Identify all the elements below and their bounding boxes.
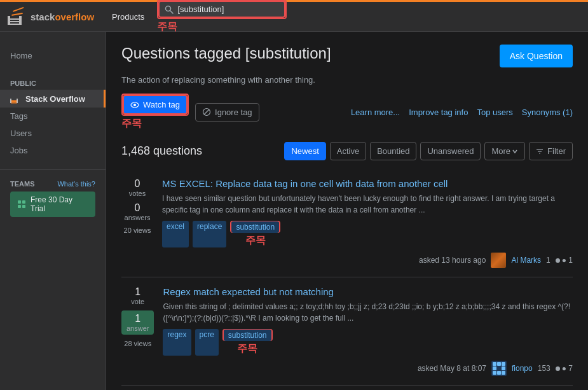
tag-pcre[interactable]: pcre [195,329,219,356]
filter-row: Newest Active Bountied Unanswered More [284,142,573,160]
question-card-2: 1 vote 1 answer 28 views Regex match exp… [121,277,573,386]
svg-rect-14 [18,200,21,204]
filter-button[interactable]: Filter [529,142,573,160]
badge-count-2: ● 7 [562,364,573,373]
user-rep-2: 153 [538,364,550,373]
search-input[interactable] [177,4,279,14]
answers-label-1: answers [125,214,151,221]
asked-time-2: asked May 8 at 8:07 [418,364,486,373]
chevron-down-icon [512,148,518,155]
question-stats-1: 0 votes 0 answers 20 views [121,178,153,268]
home-label: Home [10,51,32,60]
ask-question-button[interactable]: Ask Question [500,45,573,67]
eye-icon [130,101,139,109]
question-body-2: Regex match expected but not matching Gi… [163,286,573,376]
svg-rect-3 [11,13,23,16]
stackoverflow-label: Stack Overflow [25,94,85,104]
views-count-1: 20 views [124,226,151,234]
svg-line-21 [204,109,209,115]
search-icon [165,5,174,14]
search-annotation-label: 주목 [157,20,177,34]
sidebar-divider [0,169,106,170]
tags-label: Tags [10,111,27,121]
filter-newest-button[interactable]: Newest [284,142,325,160]
sidebar: Home PUBLIC Stack Overflow Tags Users [0,32,106,390]
title-row: Questions tagged [substitution] Ask Ques… [121,45,573,67]
synonyms-link[interactable]: Synonyms (1) [522,108,573,117]
avatar-cell [502,366,505,370]
tag-regex[interactable]: regex [163,329,191,356]
improve-tag-link[interactable]: Improve tag info [409,108,468,117]
sidebar-item-home[interactable]: Home [0,47,106,64]
tag-substitution-1[interactable]: substitution [231,221,279,233]
avatar-cell [493,362,496,366]
tag-substitution-2[interactable]: substitution [224,330,271,341]
votes-label-1: votes [129,190,146,197]
stackoverflow-icon [10,94,20,104]
tag-replace[interactable]: replace [193,221,226,247]
svg-rect-16 [18,205,21,208]
sidebar-main-section: Home [0,42,106,69]
sidebar-public-section: PUBLIC Stack Overflow Tags Users Jobs [0,69,106,164]
layout: Home PUBLIC Stack Overflow Tags Users [0,32,588,390]
svg-rect-11 [11,102,17,104]
teams-label: TEAMS [10,180,35,188]
sidebar-item-tags[interactable]: Tags [0,108,106,125]
question-meta-1: asked 13 hours ago Al Marks 1 ● 1 [162,253,573,268]
tag-annotation-label-1: 주목 [245,234,266,247]
question-title-1[interactable]: MS EXCEL: Replace data tag in one cell w… [162,178,573,189]
whats-this-link[interactable]: What's this? [57,180,95,188]
watch-tag-button[interactable]: Watch tag [123,95,188,115]
svg-rect-6 [19,16,22,25]
avatar-cell [493,366,496,370]
filter-active-button[interactable]: Active [330,142,366,160]
answer-badge-2: 1 answer [121,310,154,335]
filter-more-button[interactable]: More [484,142,525,160]
votes-count-2: 1 [131,286,144,298]
badge-count-1: ● 1 [562,256,573,265]
user-name-2[interactable]: fionpo [512,364,533,373]
nav-products[interactable]: Products [104,1,152,32]
sidebar-item-jobs[interactable]: Jobs [0,142,106,159]
main-content: Questions tagged [substitution] Ask Ques… [106,32,588,390]
public-label: PUBLIC [0,74,106,90]
svg-rect-9 [11,100,17,101]
user-name-1[interactable]: Al Marks [511,256,541,265]
logo[interactable]: stackoverflow [8,7,94,26]
logo-text: stackoverflow [31,11,94,22]
svg-line-8 [170,10,174,13]
watch-tag-annotation-box: Watch tag [121,94,189,116]
asked-time-1: asked 13 hours ago [419,256,486,265]
tag-excel[interactable]: excel [162,221,189,247]
sidebar-item-users[interactable]: Users [0,125,106,142]
filter-bountied-button[interactable]: Bountied [370,142,416,160]
ban-icon [202,108,211,116]
trial-button[interactable]: Free 30 Day Trial [10,192,95,217]
silver-badge-1 [556,258,560,263]
avatar-cell [497,362,501,366]
search-box [158,1,285,18]
question-title-2[interactable]: Regex match expected but not matching [163,286,573,297]
learn-more-link[interactable]: Learn more... [351,108,400,117]
answers-count-2: 1 [126,313,149,324]
logo-overflow: overflow [55,11,94,22]
page-title: Questions tagged [substitution] [121,45,331,62]
header: stackoverflow Products 주목 [0,0,588,32]
svg-rect-13 [17,99,18,103]
ignore-tag-button[interactable]: Ignore tag [195,103,259,122]
filter-unanswered-button[interactable]: Unanswered [420,142,481,160]
sidebar-item-stackoverflow[interactable]: Stack Overflow [0,90,106,108]
avatar-cell [497,366,501,370]
svg-rect-12 [10,99,11,103]
answers-count-1: 0 [125,202,151,214]
svg-rect-4 [13,7,24,12]
questions-row: 1,468 questions Newest Active Bountied U… [121,142,573,160]
avatar-1 [491,253,506,268]
question-excerpt-2: Given this string of ; delimited values … [163,301,573,324]
votes-label-2: vote [131,298,144,305]
top-users-link[interactable]: Top users [477,108,512,117]
tag-annotation-label-2: 주목 [237,342,257,356]
tag-actions: Watch tag 주목 Ignore tag Learn more... Im… [121,94,573,130]
svg-rect-15 [22,200,25,204]
question-stats-2: 1 vote 1 answer 28 views [121,286,154,376]
